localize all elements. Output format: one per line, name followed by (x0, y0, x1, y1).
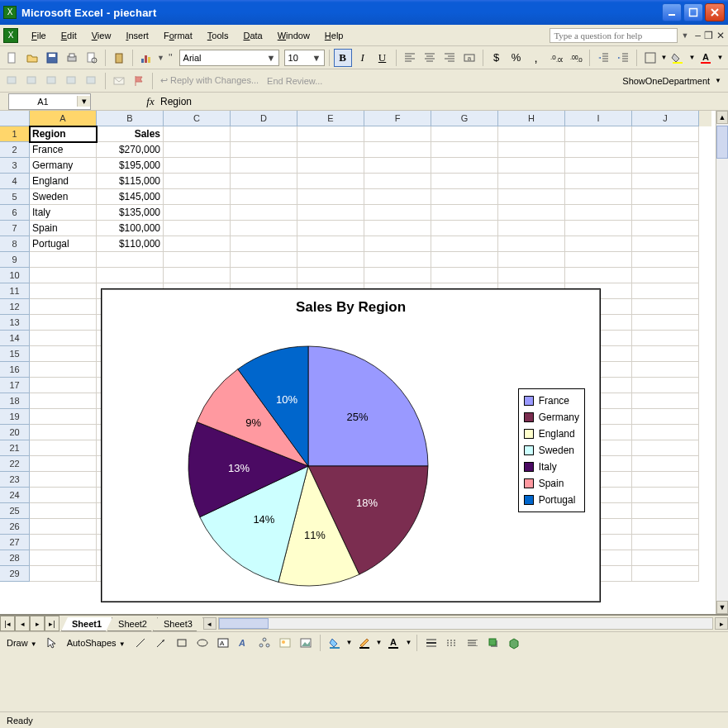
cell[interactable] (565, 221, 632, 236)
row-header[interactable]: 15 (0, 346, 30, 362)
cell[interactable] (431, 252, 498, 268)
row-header[interactable]: 25 (0, 503, 30, 519)
cell[interactable] (297, 236, 364, 252)
row-header[interactable]: 20 (0, 425, 30, 440)
cell[interactable] (632, 205, 699, 221)
row-header[interactable]: 19 (0, 409, 30, 425)
cell[interactable] (431, 189, 498, 205)
cell[interactable]: $100,000 (97, 221, 164, 236)
cell[interactable] (97, 252, 164, 268)
cell[interactable] (30, 519, 97, 535)
line-color-icon[interactable] (355, 634, 374, 652)
end-review-button[interactable]: End Review... (264, 76, 326, 86)
legend-item[interactable]: Germany (524, 409, 579, 426)
cell[interactable] (364, 236, 431, 252)
wordart-icon[interactable]: A (235, 634, 253, 652)
flag-icon[interactable] (130, 72, 148, 90)
cell[interactable] (231, 142, 297, 158)
cell[interactable] (632, 252, 699, 268)
borders-dropdown-icon[interactable]: ▼ (661, 54, 668, 61)
col-header[interactable]: E (297, 111, 364, 126)
decrease-decimal-icon[interactable]: .00.0 (567, 49, 585, 67)
envelope-icon[interactable] (110, 72, 128, 90)
tab-nav-next-icon[interactable]: ▸ (30, 616, 45, 631)
cell[interactable] (632, 315, 699, 331)
fill-dropdown-icon[interactable]: ▼ (688, 54, 695, 61)
cell[interactable]: Spain (30, 221, 97, 236)
cell[interactable] (431, 221, 498, 236)
chart-object[interactable]: Sales By Region 25%18%11%14%13%9%10% Fra… (101, 288, 601, 602)
cell[interactable] (97, 268, 164, 283)
cell[interactable] (164, 174, 231, 189)
cell[interactable] (30, 456, 97, 472)
print-icon[interactable] (63, 49, 81, 67)
row-header[interactable]: 18 (0, 393, 30, 409)
legend-item[interactable]: Portugal (524, 492, 579, 508)
doc-restore-button[interactable]: ❐ (704, 30, 713, 41)
cell[interactable]: Germany (30, 158, 97, 174)
cell[interactable] (30, 535, 97, 550)
vertical-scrollbar[interactable]: ▲ ▼ (716, 111, 728, 614)
cell[interactable] (632, 174, 699, 189)
cell[interactable] (431, 205, 498, 221)
cell[interactable]: Portugal (30, 236, 97, 252)
cell[interactable] (164, 205, 231, 221)
cell[interactable] (632, 472, 699, 488)
cell[interactable] (364, 158, 431, 174)
cell[interactable] (30, 488, 97, 503)
cell[interactable] (231, 252, 297, 268)
cell[interactable] (632, 221, 699, 236)
cell[interactable] (632, 331, 699, 346)
cell[interactable] (632, 142, 699, 158)
dash-style-icon[interactable] (443, 634, 461, 652)
excel-doc-icon[interactable] (3, 28, 18, 43)
cell[interactable] (297, 205, 364, 221)
cell[interactable] (30, 566, 97, 582)
cell[interactable] (565, 174, 632, 189)
legend-item[interactable]: Sweden (524, 442, 579, 459)
cell[interactable]: England (30, 174, 97, 189)
cell[interactable] (632, 519, 699, 535)
scroll-up-icon[interactable]: ▲ (716, 111, 728, 124)
cell[interactable] (30, 346, 97, 362)
cell[interactable] (632, 346, 699, 362)
cell[interactable]: $195,000 (97, 158, 164, 174)
row-header[interactable]: 13 (0, 315, 30, 331)
cell[interactable]: $135,000 (97, 205, 164, 221)
cell[interactable]: France (30, 142, 97, 158)
print-preview-icon[interactable] (83, 49, 101, 67)
cell[interactable] (632, 550, 699, 566)
cell[interactable] (632, 268, 699, 283)
chevron-down-icon[interactable]: ▾ (77, 96, 90, 107)
cell[interactable] (498, 174, 565, 189)
cell[interactable] (498, 205, 565, 221)
chart-wizard-icon[interactable] (137, 49, 155, 67)
cell[interactable] (498, 236, 565, 252)
menu-insert[interactable]: Insert (119, 27, 155, 44)
cell[interactable] (364, 126, 431, 142)
cell[interactable] (30, 425, 97, 440)
cell[interactable] (498, 221, 565, 236)
row-header[interactable]: 11 (0, 283, 30, 299)
cell[interactable] (297, 268, 364, 283)
line-dd-icon[interactable]: ▼ (376, 639, 383, 646)
cell[interactable] (431, 158, 498, 174)
cell[interactable] (632, 566, 699, 582)
currency-icon[interactable]: $ (488, 49, 506, 67)
cell[interactable] (431, 236, 498, 252)
cell[interactable] (431, 268, 498, 283)
decrease-indent-icon[interactable] (594, 49, 612, 67)
scroll-thumb[interactable] (716, 126, 728, 159)
cell[interactable] (632, 503, 699, 519)
cell[interactable] (30, 331, 97, 346)
cell[interactable] (565, 252, 632, 268)
pie-slice[interactable] (308, 346, 428, 466)
col-header[interactable]: B (97, 111, 164, 126)
borders-icon[interactable] (641, 49, 659, 67)
row-header[interactable]: 9 (0, 252, 30, 268)
cell[interactable] (364, 174, 431, 189)
minimize-button[interactable] (662, 3, 682, 21)
cell[interactable] (565, 205, 632, 221)
cell[interactable] (164, 268, 231, 283)
autoshapes-menu[interactable]: AutoShapes ▼ (64, 636, 129, 649)
